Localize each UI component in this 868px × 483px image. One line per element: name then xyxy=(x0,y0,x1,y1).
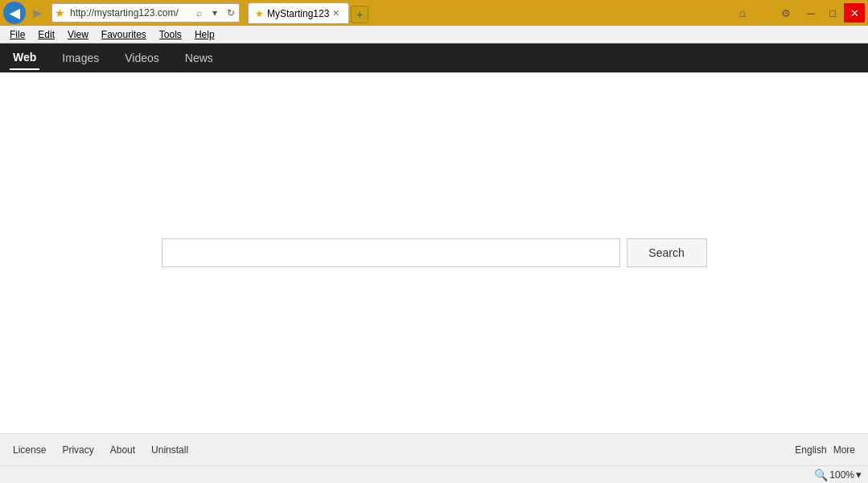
menu-file[interactable]: File xyxy=(3,27,31,42)
new-tab-button[interactable]: + xyxy=(351,6,368,23)
menu-bar: File Edit View Favourites Tools Help xyxy=(0,26,868,43)
main-content: Search xyxy=(0,72,868,433)
address-search-button[interactable]: ⌕ xyxy=(191,4,207,22)
nav-videos[interactable]: Videos xyxy=(121,47,162,69)
close-button[interactable]: ✕ xyxy=(844,3,865,23)
address-favicon: ★ xyxy=(55,6,68,19)
tab-mystarting123[interactable]: ★ MyStarting123 ✕ xyxy=(248,2,349,23)
footer-about[interactable]: About xyxy=(110,444,135,456)
minimize-button[interactable]: ─ xyxy=(800,3,821,23)
footer-privacy[interactable]: Privacy xyxy=(62,444,93,456)
refresh-button[interactable]: ↻ xyxy=(223,4,239,22)
footer: License Privacy About Uninstall English … xyxy=(0,433,868,465)
title-bar-left: ◀ ▶ ★ ⌕ ▾ ↻ ★ MyStarting123 ✕ + xyxy=(3,2,368,24)
footer-language[interactable]: English xyxy=(795,444,826,456)
status-bar: 🔍 100% ▾ xyxy=(0,465,868,483)
menu-help[interactable]: Help xyxy=(188,27,221,42)
favorites-button[interactable]: ★ xyxy=(754,3,775,23)
search-box: Search xyxy=(162,238,707,267)
nav-web[interactable]: Web xyxy=(10,46,39,70)
menu-favourites[interactable]: Favourites xyxy=(95,27,153,42)
back-button[interactable]: ◀ xyxy=(3,2,26,24)
address-input[interactable] xyxy=(70,7,191,19)
address-bar: ★ ⌕ ▾ ↻ xyxy=(51,3,240,23)
menu-edit[interactable]: Edit xyxy=(31,27,61,42)
menu-tools[interactable]: Tools xyxy=(153,27,188,42)
window-controls: ⌂ ★ ⚙ ─ □ ✕ xyxy=(732,3,865,23)
tab-title: MyStarting123 xyxy=(267,8,329,19)
footer-uninstall[interactable]: Uninstall xyxy=(151,444,188,456)
nav-images[interactable]: Images xyxy=(59,47,102,69)
footer-more[interactable]: More xyxy=(833,444,855,456)
zoom-control: 🔍 100% ▾ xyxy=(814,469,862,481)
footer-links: License Privacy About Uninstall xyxy=(13,444,795,456)
footer-right: English More xyxy=(795,444,855,456)
zoom-icon: 🔍 xyxy=(814,469,828,481)
search-nav: Web Images Videos News xyxy=(0,43,868,72)
menu-view[interactable]: View xyxy=(61,27,95,42)
tab-close-button[interactable]: ✕ xyxy=(329,7,342,20)
search-input[interactable] xyxy=(162,238,620,267)
zoom-level: 100% xyxy=(829,469,854,481)
title-bar: ◀ ▶ ★ ⌕ ▾ ↻ ★ MyStarting123 ✕ + ⌂ ★ ⚙ ─ … xyxy=(0,0,868,26)
address-bar-buttons: ⌕ ▾ ↻ xyxy=(191,4,239,22)
maximize-button[interactable]: □ xyxy=(822,3,843,23)
tab-favicon: ★ xyxy=(255,8,264,19)
settings-button[interactable]: ⚙ xyxy=(775,3,796,23)
nav-news[interactable]: News xyxy=(182,47,216,69)
address-dropdown-button[interactable]: ▾ xyxy=(207,4,223,22)
home-button[interactable]: ⌂ xyxy=(732,3,753,23)
zoom-dropdown-button[interactable]: ▾ xyxy=(856,469,862,481)
search-button[interactable]: Search xyxy=(627,238,707,267)
forward-button[interactable]: ▶ xyxy=(27,3,47,23)
footer-license[interactable]: License xyxy=(13,444,46,456)
tab-strip: ★ MyStarting123 ✕ + xyxy=(248,2,368,23)
